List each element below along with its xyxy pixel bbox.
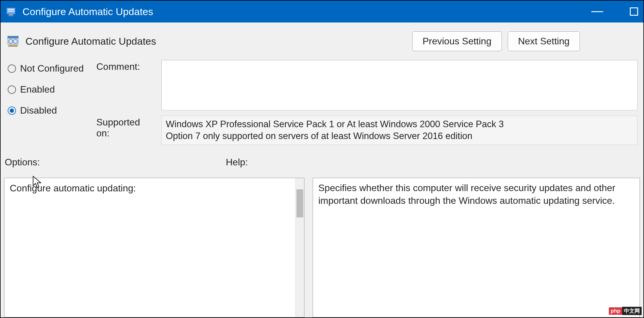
comment-label: Comment: bbox=[96, 60, 155, 72]
radio-enabled[interactable]: Enabled bbox=[8, 84, 93, 95]
help-pane: Specifies whether this computer will rec… bbox=[313, 178, 640, 317]
maximize-button[interactable] bbox=[630, 7, 638, 16]
policy-editor-window: Configure Automatic Updates Configure Au… bbox=[0, 0, 644, 318]
help-section-label: Help: bbox=[226, 157, 637, 168]
radio-label: Enabled bbox=[20, 84, 55, 95]
radio-icon bbox=[8, 64, 16, 73]
window-title: Configure Automatic Updates bbox=[22, 6, 591, 17]
section-labels: Options: Help: bbox=[1, 145, 643, 171]
config-grid: Not Configured Enabled Disabled Comment: bbox=[1, 57, 643, 145]
options-heading: Configure automatic updating: bbox=[4, 178, 304, 198]
panes-row: Configure automatic updating: Specifies … bbox=[1, 171, 643, 317]
svg-rect-2 bbox=[8, 11, 14, 12]
options-scrollbar[interactable] bbox=[295, 178, 304, 317]
watermark-right: 中文网 bbox=[622, 307, 642, 315]
radio-icon bbox=[8, 106, 16, 115]
header-row: Configure Automatic Updates Previous Set… bbox=[1, 22, 643, 57]
scrollbar-thumb[interactable] bbox=[296, 189, 303, 217]
comment-row: Comment: bbox=[96, 60, 637, 110]
svg-rect-3 bbox=[9, 14, 13, 15]
radio-label: Not Configured bbox=[20, 63, 84, 74]
state-radio-group: Not Configured Enabled Disabled bbox=[8, 60, 93, 145]
supported-on-text: Windows XP Professional Service Pack 1 o… bbox=[161, 116, 637, 145]
svg-rect-6 bbox=[8, 36, 18, 38]
options-section-label: Options: bbox=[5, 157, 226, 168]
radio-not-configured[interactable]: Not Configured bbox=[8, 63, 93, 74]
supported-row: Supported on: Windows XP Professional Se… bbox=[96, 116, 637, 145]
policy-title: Configure Automatic Updates bbox=[25, 35, 406, 47]
watermark: php 中文网 bbox=[609, 307, 642, 315]
comment-input[interactable] bbox=[161, 60, 637, 110]
help-text: Specifies whether this computer will rec… bbox=[318, 183, 615, 206]
previous-setting-button[interactable]: Previous Setting bbox=[412, 31, 502, 51]
fields-column: Comment: Supported on: Windows XP Profes… bbox=[96, 60, 637, 145]
titlebar: Configure Automatic Updates bbox=[1, 1, 643, 22]
policy-window-icon bbox=[6, 6, 17, 17]
svg-rect-4 bbox=[8, 15, 14, 16]
options-pane: Configure automatic updating: bbox=[4, 178, 304, 317]
radio-label: Disabled bbox=[20, 105, 57, 116]
watermark-left: php bbox=[609, 307, 622, 315]
supported-label: Supported on: bbox=[96, 116, 155, 139]
policy-icon bbox=[7, 35, 20, 48]
minimize-button[interactable] bbox=[591, 11, 603, 12]
svg-rect-1 bbox=[8, 9, 14, 10]
svg-rect-9 bbox=[8, 45, 18, 47]
radio-disabled[interactable]: Disabled bbox=[8, 105, 93, 116]
radio-icon bbox=[8, 85, 16, 94]
window-body: Configure Automatic Updates Previous Set… bbox=[1, 22, 643, 317]
next-setting-button[interactable]: Next Setting bbox=[508, 31, 580, 51]
